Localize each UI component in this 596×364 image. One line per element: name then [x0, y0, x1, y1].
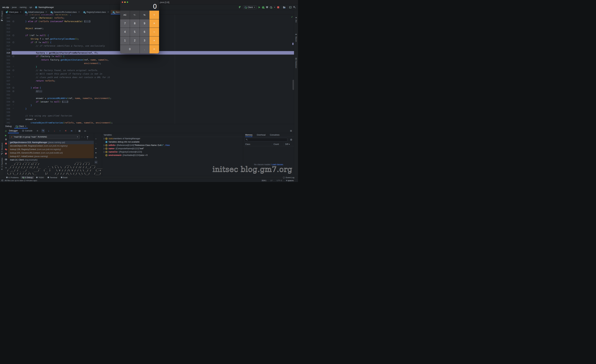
run-config-selector[interactable]: Client ▼	[243, 6, 257, 9]
force-step-into-icon[interactable]: ↓	[53, 129, 56, 132]
line-number[interactable]: 319	[4, 51, 12, 55]
debug-button[interactable]	[262, 6, 264, 8]
view-breakpoints-icon[interactable]	[5, 148, 7, 151]
mute-breakpoints-icon[interactable]	[5, 152, 7, 155]
expand-arrow-icon[interactable]: ❯	[103, 148, 105, 149]
line-number[interactable]: 325	[4, 72, 12, 75]
line-number[interactable]: 322	[4, 62, 12, 65]
line-number[interactable]: 330	[4, 89, 12, 93]
close-icon[interactable]: ✕	[45, 11, 47, 13]
code-line[interactable]: 326^ // class path and reference does no…	[4, 75, 294, 79]
expand-arrow-icon[interactable]: ❯	[103, 144, 105, 146]
gear-icon[interactable]: ⚙	[290, 138, 292, 141]
line-number[interactable]: 342	[4, 121, 12, 124]
encoding[interactable]: UTF-8	[276, 179, 282, 181]
fold-marker[interactable]: −	[12, 34, 15, 37]
toolwindow-button-todo[interactable]: TODO	[35, 176, 45, 179]
add-icon[interactable]: +	[95, 137, 97, 141]
code-line[interactable]: 325 // Will reach this point if factory …	[4, 72, 294, 75]
code-line[interactable]: 332	[4, 93, 294, 97]
profiler-chevron-icon[interactable]: ▼	[274, 7, 275, 8]
calculator-window[interactable]: 0 AC⁺⁄₋%÷789×456−123+0.=	[120, 0, 159, 53]
digit-2-button[interactable]: 2	[130, 37, 140, 45]
code-line[interactable]: 322 environment);	[4, 62, 294, 65]
line-number[interactable]: 315	[4, 37, 12, 41]
close-icon[interactable]: ✕	[78, 11, 80, 13]
breadcrumb-class[interactable]: NamingManager	[38, 6, 54, 8]
line-number[interactable]: 321	[4, 58, 12, 62]
subtract-button[interactable]: −	[149, 28, 159, 36]
inspections-ok-icon[interactable]: ✔	[291, 16, 293, 18]
line-number[interactable]: 306	[4, 15, 12, 16]
stop-button[interactable]	[277, 6, 279, 8]
digit-4-button[interactable]: 4	[120, 28, 130, 36]
line-number[interactable]: 320	[4, 55, 12, 58]
digit-8-button[interactable]: 8	[130, 19, 140, 28]
memory-search-input[interactable]	[248, 139, 286, 141]
digit-5-button[interactable]: 5	[130, 28, 140, 36]
fold-marker[interactable]: −	[12, 86, 15, 89]
variable-row[interactable]: ❯prefInfo = {Reference@1143} "Reference …	[102, 144, 243, 147]
fold-marker[interactable]: +	[12, 20, 15, 23]
digit-6-button[interactable]: 6	[140, 28, 149, 36]
restore-layout-icon[interactable]: ≡	[36, 129, 39, 132]
code-line[interactable]: 320− if (factory != null) {	[4, 55, 294, 58]
line-number[interactable]: 323	[4, 65, 12, 68]
frame-down-icon[interactable]: ↓	[84, 136, 85, 138]
toolwindow-button-problems[interactable]: 6: Problems	[5, 176, 20, 179]
multiply-button[interactable]: ×	[149, 19, 159, 28]
calculator-titlebar[interactable]: 0	[120, 0, 159, 11]
sidebar-item-ant[interactable]: ✱ Ant	[294, 17, 298, 22]
digit-7-button[interactable]: 7	[120, 19, 130, 28]
digit-3-button[interactable]: 3	[140, 37, 149, 45]
close-icon[interactable]: ✕	[20, 11, 21, 13]
zoom-traffic-light[interactable]	[127, 1, 128, 3]
toolwindow-button-build[interactable]: Build	[60, 176, 69, 179]
run-button[interactable]	[259, 6, 260, 8]
clear-button[interactable]: AC	[120, 11, 130, 19]
settings-sliders-icon[interactable]: ⚌	[83, 129, 87, 132]
code-line[interactable]: 327 return refInfo;	[4, 79, 294, 82]
line-number[interactable]: 339	[4, 111, 12, 114]
drop-frame-icon[interactable]: ✕	[64, 129, 67, 132]
line-ending[interactable]: LF	[270, 179, 273, 181]
event-log-button[interactable]: Event Log	[283, 177, 298, 178]
terminal-icon[interactable]	[289, 6, 291, 8]
fold-marker[interactable]: ^	[12, 65, 15, 68]
code-line[interactable]: 324− // No factory found, so return orig…	[4, 68, 294, 72]
tab-overhead[interactable]: Overhead	[257, 133, 266, 137]
fold-marker[interactable]: −	[12, 55, 15, 58]
variable-row[interactable]: iVariables debug info not available	[102, 140, 243, 144]
variable-row[interactable]: ❯pnameCtx = {RegistryContext@1223}	[102, 150, 243, 154]
negate-button[interactable]: ⁺⁄₋	[130, 11, 140, 19]
stack-frame[interactable]: getObjectInstance:319, NamingManager(jav…	[8, 141, 94, 144]
line-number[interactable]: 314	[4, 34, 12, 37]
expand-arrow-icon[interactable]: ❯	[103, 138, 105, 139]
line-number[interactable]: 333	[4, 97, 12, 100]
sidebar-item-favorites[interactable]: 2: Favorites ★	[0, 158, 4, 170]
line-number[interactable]: 317	[4, 44, 12, 48]
line-number[interactable]: 337	[4, 104, 12, 107]
tab-debugger[interactable]: Debugger	[8, 128, 19, 133]
add-button[interactable]: +	[149, 37, 159, 45]
decimal-button[interactable]: .	[140, 45, 149, 53]
line-number[interactable]: 340	[4, 114, 12, 118]
breadcrumb-item[interactable]: src.zip	[2, 6, 9, 8]
code-line[interactable]: 341 answer =	[4, 118, 294, 121]
code-line[interactable]: 330+ //...	[4, 89, 294, 93]
close-icon[interactable]: ✕	[25, 125, 26, 127]
breadcrumb-item[interactable]: naming	[20, 6, 26, 8]
evaluate-expression-icon[interactable]: ▦	[78, 129, 81, 132]
profiler-button[interactable]	[270, 6, 272, 8]
remove-icon[interactable]: −	[95, 142, 97, 145]
tab-memory[interactable]: Memory	[245, 133, 253, 137]
fold-marker[interactable]: ^	[12, 75, 15, 79]
stack-frame[interactable]: lookup:138, RegistryContext(com.sun.jndi…	[8, 148, 94, 151]
tab-coroutines[interactable]: Coroutines	[270, 133, 280, 137]
line-number[interactable]: 328	[4, 82, 12, 86]
percent-button[interactable]: %	[140, 11, 149, 19]
close-icon[interactable]: ✕	[107, 11, 109, 13]
minimize-traffic-light[interactable]	[124, 1, 126, 3]
equals-button[interactable]: =	[149, 45, 159, 53]
fold-marker[interactable]: ^	[12, 107, 15, 111]
